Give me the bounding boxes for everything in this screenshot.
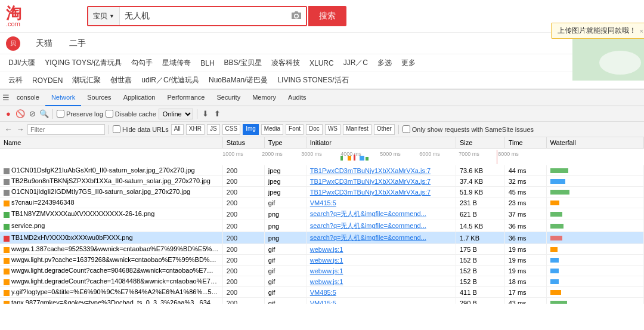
- initiator-link[interactable]: VM485:5: [310, 289, 336, 296]
- initiator-link[interactable]: TB1PwxCD3mTBuNjy1XbXXaMrVXa.js:7: [310, 178, 431, 185]
- brand-gogohand[interactable]: 勾勾手: [129, 57, 155, 69]
- initiator-link[interactable]: search?q=无人机&imgfile=&commend...: [310, 234, 426, 241]
- filter-img-btn[interactable]: Img: [243, 124, 259, 135]
- nav-item-ershou[interactable]: 二手: [61, 33, 94, 54]
- brand-multiselect[interactable]: 多选: [375, 57, 394, 69]
- brand-bbs[interactable]: BBS/宝贝星: [222, 57, 264, 69]
- cell-initiator[interactable]: VM415:5: [306, 298, 456, 304]
- throttle-select[interactable]: Online: [159, 109, 193, 119]
- record-stop-btn[interactable]: ●: [4, 109, 13, 119]
- table-row[interactable]: wwgw.light.degradeCount?cache=14084488&w…: [0, 276, 644, 287]
- initiator-link[interactable]: search?q=无人机&imgfile=&commend...: [310, 210, 426, 217]
- cell-initiator[interactable]: TB1PwxCD3mTBuNjy1XbXXaMrVXa.js:7: [306, 187, 456, 198]
- initiator-link[interactable]: VM415:5: [310, 300, 336, 304]
- back-btn[interactable]: ←: [4, 125, 13, 134]
- preserve-log-checkbox[interactable]: [57, 110, 64, 118]
- import-har-icon[interactable]: ⬇: [201, 109, 210, 119]
- cell-initiator[interactable]: TB1PwxCD3mTBuNjy1XbXXaMrVXa.js:7: [306, 176, 456, 187]
- filter-xhr-btn[interactable]: XHR: [186, 124, 205, 135]
- initiator-link[interactable]: webww.js:1: [310, 267, 343, 275]
- table-row[interactable]: wwgw.light.degradeCount?cache=9046882&ww…: [0, 266, 644, 276]
- cell-initiator[interactable]: search?q=无人机&imgfile=&commend...: [306, 220, 456, 232]
- cell-initiator[interactable]: search?q=无人机&imgfile=&commend...: [306, 208, 456, 220]
- brand-xlurc[interactable]: XLURC: [307, 58, 336, 69]
- table-row[interactable]: TB1N8YZMVXXXXauXVXXXXXXXXX-26-16.png200p…: [0, 208, 644, 220]
- cell-initiator[interactable]: VM485:5: [306, 287, 456, 298]
- tab-memory[interactable]: Memory: [246, 90, 282, 106]
- filter-js-btn[interactable]: JS: [207, 124, 220, 135]
- brand-yiqing[interactable]: YIQING TOYS/亿青玩具: [42, 57, 124, 69]
- table-row[interactable]: tanx.9877gmkey=&gokey=type%3Docbad_ts_0_…: [0, 298, 644, 304]
- tab-audits[interactable]: Audits: [282, 90, 312, 106]
- header-name[interactable]: Name: [0, 137, 222, 149]
- cell-initiator[interactable]: webww.js:1: [306, 276, 456, 287]
- search-requests-icon[interactable]: 🔍: [39, 109, 49, 119]
- brand-udir[interactable]: udiR／C/优迪玩具: [139, 74, 202, 87]
- table-row[interactable]: TB1MD2xHVXXXXbxXXXwu0bFXXX.png200pngsear…: [0, 232, 644, 244]
- nav-item-tianmao[interactable]: 天猫: [27, 33, 61, 54]
- nav-circle-icon[interactable]: 贝: [6, 36, 20, 51]
- table-row[interactable]: O1CN01DsfgK21IuAbGsXrt0_II0-saturn_solar…: [0, 165, 644, 176]
- brand-blh[interactable]: BLH: [198, 58, 216, 69]
- initiator-link[interactable]: webww.js:1: [310, 246, 343, 253]
- cell-initiator[interactable]: webww.js:1: [306, 255, 456, 266]
- table-row[interactable]: s?cnaui=2243946348200gifVM415:5231 B23 m…: [0, 198, 644, 208]
- header-type[interactable]: Type: [264, 137, 306, 149]
- brand-dji[interactable]: DJI/大疆: [6, 57, 38, 69]
- tab-application[interactable]: Application: [117, 90, 162, 106]
- tab-network[interactable]: Network: [45, 90, 81, 106]
- brand-xingyuchuanqi[interactable]: 星域传奇: [160, 57, 193, 69]
- brand-yuke[interactable]: 云科: [6, 74, 25, 87]
- brand-livingstones[interactable]: LIVING STONES/活石: [275, 74, 351, 87]
- table-row[interactable]: y.gif?logtype=0&title=%E6%90%9C%E7%84%A2…: [0, 287, 644, 298]
- brand-nuobaman[interactable]: NuoBaMan/诺巴曼: [206, 74, 270, 87]
- header-waterfall[interactable]: Waterfall: [546, 137, 643, 149]
- table-row[interactable]: wwgw.light.pv?cache=16379268&wwnick=cnta…: [0, 255, 644, 266]
- network-filter-input[interactable]: [27, 124, 105, 135]
- filter-css-btn[interactable]: CSS: [222, 124, 241, 135]
- table-row[interactable]: service.png200pngsearch?q=无人机&imgfile=&c…: [0, 220, 644, 232]
- devtools-toggle-icon[interactable]: ☰: [2, 93, 10, 102]
- search-button[interactable]: 搜索: [308, 6, 346, 26]
- initiator-link[interactable]: webww.js:1: [310, 278, 343, 285]
- filter-doc-btn[interactable]: Doc: [306, 124, 323, 135]
- tab-sources[interactable]: Sources: [81, 90, 117, 106]
- network-table-wrap[interactable]: Name Status Type Initiator Size Time Wat…: [0, 137, 644, 304]
- brand-royden[interactable]: ROYDEN: [30, 75, 65, 86]
- initiator-link[interactable]: search?q=无人机&imgfile=&commend...: [310, 222, 426, 229]
- initiator-link[interactable]: webww.js:1: [310, 257, 343, 264]
- brand-chuangshijia[interactable]: 创世嘉: [108, 74, 134, 87]
- clear-btn[interactable]: 🚫: [16, 109, 25, 119]
- header-time[interactable]: Time: [504, 137, 546, 149]
- filter-manifest-btn[interactable]: Manifest: [343, 124, 371, 135]
- cell-initiator[interactable]: search?q=无人机&imgfile=&commend...: [306, 232, 456, 244]
- filter-all-btn[interactable]: All: [171, 124, 184, 135]
- forward-btn[interactable]: →: [16, 125, 25, 134]
- tab-performance[interactable]: Performance: [161, 90, 210, 106]
- initiator-link[interactable]: TB1PwxCD3mTBuNjy1XbXXaMrVXa.js:7: [310, 167, 431, 174]
- filter-ws-btn[interactable]: WS: [325, 124, 340, 135]
- cell-initiator[interactable]: webww.js:1: [306, 266, 456, 276]
- export-har-icon[interactable]: ⬆: [213, 109, 222, 119]
- table-row[interactable]: TB2Bu9on8nTBKNjSZPXXbf1XXa_II0-saturn_so…: [0, 176, 644, 187]
- search-input[interactable]: [120, 7, 287, 25]
- disable-cache-checkbox[interactable]: [106, 110, 113, 118]
- brand-chaowanhj[interactable]: 潮玩汇聚: [70, 74, 103, 87]
- filter-media-btn[interactable]: Media: [261, 124, 283, 135]
- upload-hint-close-icon[interactable]: ×: [640, 27, 643, 35]
- cell-initiator[interactable]: webww.js:1: [306, 244, 456, 255]
- header-size[interactable]: Size: [456, 137, 504, 149]
- filter-icon[interactable]: ⊘: [27, 109, 37, 119]
- filter-font-btn[interactable]: Font: [286, 124, 304, 135]
- table-row[interactable]: O1CN01jIdgIi2IGDMtIy7GS_II0-saturn_solar…: [0, 187, 644, 198]
- table-row[interactable]: wwgw.1.387cache=9525339&wwnick=cntaobao%…: [0, 244, 644, 255]
- hide-data-urls-checkbox[interactable]: [113, 125, 120, 133]
- cell-initiator[interactable]: VM415:5: [306, 198, 456, 208]
- initiator-link[interactable]: TB1PwxCD3mTBuNjy1XbXXaMrVXa.js:7: [310, 189, 431, 196]
- brand-jjrc[interactable]: JJR／C: [341, 57, 370, 69]
- tab-security[interactable]: Security: [210, 90, 246, 106]
- brand-more[interactable]: 更多: [399, 57, 418, 69]
- tab-console[interactable]: console: [11, 90, 45, 106]
- header-status[interactable]: Status: [222, 137, 264, 149]
- cell-initiator[interactable]: TB1PwxCD3mTBuNjy1XbXXaMrVXa.js:7: [306, 165, 456, 176]
